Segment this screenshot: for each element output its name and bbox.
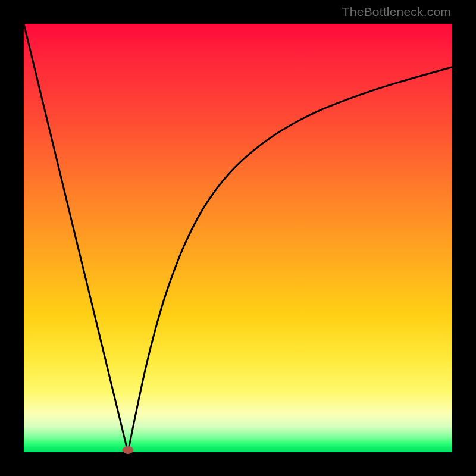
plot-area xyxy=(24,24,452,452)
watermark-text: TheBottleneck.com xyxy=(342,5,451,19)
curve-right-branch xyxy=(128,67,452,452)
curve-left-branch xyxy=(24,24,128,452)
chart-frame: TheBottleneck.com xyxy=(0,0,476,476)
chart-svg xyxy=(24,24,452,452)
minimum-marker xyxy=(123,446,133,453)
